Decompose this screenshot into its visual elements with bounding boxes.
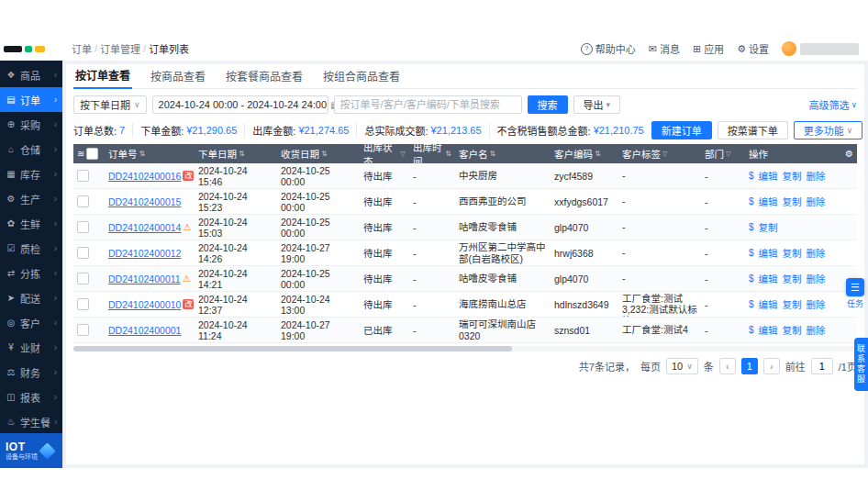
- sort-icon[interactable]: ⇅: [490, 150, 496, 158]
- row-checkbox[interactable]: [77, 170, 89, 182]
- payment-icon[interactable]: $: [749, 248, 754, 258]
- payment-icon[interactable]: $: [749, 299, 754, 309]
- order-number-link[interactable]: DD24102400010: [108, 299, 181, 310]
- sidebar-item-delivery[interactable]: ➤配送›: [0, 285, 62, 310]
- sidebar-item-inventory[interactable]: ▦库存›: [0, 162, 62, 186]
- contact-support-button[interactable]: 联系客服: [854, 338, 868, 391]
- search-input[interactable]: [334, 95, 522, 114]
- user-menu[interactable]: [782, 41, 859, 56]
- table-row[interactable]: DD24102400016改 2024-10-24 15:46 2024-10-…: [73, 163, 857, 189]
- copy-action[interactable]: 复制: [783, 169, 802, 183]
- sidebar-item-production[interactable]: ⚙生产›: [0, 186, 62, 211]
- edit-action[interactable]: 编辑: [759, 169, 778, 183]
- page-size-select[interactable]: 10∨: [666, 358, 698, 374]
- scrollbar-thumb[interactable]: [73, 346, 512, 351]
- filter-funnel-icon[interactable]: ▽: [401, 151, 406, 158]
- sort-icon[interactable]: ⇅: [595, 150, 601, 158]
- settings-button[interactable]: ⚙设置: [737, 41, 769, 56]
- sort-icon[interactable]: ⇅: [239, 150, 245, 158]
- sidebar-item-sorting[interactable]: ⇄分拣›: [0, 261, 62, 285]
- edit-action[interactable]: 编辑: [759, 246, 778, 260]
- task-widget[interactable]: ☰ 任务: [846, 278, 864, 309]
- select-all-checkbox[interactable]: [86, 148, 98, 160]
- order-number-link[interactable]: DD24102400016: [108, 171, 181, 182]
- row-checkbox[interactable]: [77, 273, 89, 284]
- horizontal-scrollbar[interactable]: [73, 346, 857, 351]
- delete-action[interactable]: 删除: [807, 272, 826, 285]
- sidebar-item-finance[interactable]: ⚖财务›: [0, 360, 62, 385]
- row-checkbox[interactable]: [77, 324, 89, 336]
- row-checkbox[interactable]: [77, 195, 89, 207]
- sidebar-item-biz-finance[interactable]: ¥业财›: [0, 335, 62, 360]
- payment-icon[interactable]: $: [749, 325, 754, 335]
- payment-icon[interactable]: $: [749, 196, 754, 206]
- date-range-picker[interactable]: 2024-10-24 00:00 - 2024-10-24 24:00▦: [152, 95, 328, 114]
- current-page-button[interactable]: 1: [741, 358, 758, 374]
- sort-icon[interactable]: ⇅: [139, 150, 146, 158]
- copy-action[interactable]: 复制: [783, 195, 802, 208]
- table-row[interactable]: DD24102400011⚠ 2024-10-24 14:21 2024-10-…: [73, 266, 857, 292]
- payment-icon[interactable]: $: [749, 171, 754, 181]
- copy-action[interactable]: 复制: [783, 297, 802, 311]
- order-number-link[interactable]: DD24102400011: [108, 273, 181, 284]
- table-row[interactable]: DD24102400001 2024-10-24 11:24 2024-10-2…: [73, 318, 857, 343]
- delete-action[interactable]: 删除: [807, 169, 826, 183]
- sidebar-item-customers[interactable]: ◎客户›: [0, 310, 62, 335]
- breadcrumb[interactable]: 订单管理: [100, 41, 140, 56]
- task-icon[interactable]: ☰: [846, 278, 864, 296]
- export-button[interactable]: 导出▾: [573, 95, 621, 114]
- sidebar-item-goods[interactable]: ❖商品›: [0, 62, 62, 87]
- table-row[interactable]: DD24102400014⚠ 2024-10-24 15:03 2024-10-…: [73, 215, 857, 240]
- next-page-button[interactable]: ›: [763, 358, 780, 374]
- sort-icon[interactable]: ⇅: [321, 150, 328, 158]
- goto-page-input[interactable]: [811, 358, 833, 374]
- delete-action[interactable]: 删除: [807, 297, 826, 311]
- order-number-link[interactable]: DD24102400012: [108, 248, 181, 259]
- copy-action[interactable]: 复制: [783, 246, 802, 260]
- edit-action[interactable]: 编辑: [759, 323, 778, 337]
- table-row[interactable]: DD24102400012 2024-10-24 14:26 2024-10-2…: [73, 240, 857, 266]
- edit-action[interactable]: 编辑: [759, 195, 778, 208]
- order-number-link[interactable]: DD24102400001: [108, 325, 181, 336]
- filter-funnel-icon[interactable]: ▽: [662, 151, 667, 158]
- copy-action[interactable]: 复制: [783, 272, 802, 285]
- expand-all-icon[interactable]: ≋: [77, 149, 84, 159]
- help-center-button[interactable]: ?帮助中心: [581, 41, 636, 56]
- sort-icon[interactable]: ⇅: [445, 150, 451, 158]
- sidebar-item-purchasing[interactable]: ⊕采购›: [0, 112, 62, 137]
- table-row[interactable]: DD24102400015 2024-10-24 15:23 2024-10-2…: [73, 189, 857, 215]
- delete-action[interactable]: 删除: [807, 246, 826, 260]
- row-checkbox[interactable]: [77, 221, 89, 233]
- tab-by-set-product[interactable]: 按套餐商品查看: [224, 68, 305, 88]
- breadcrumb[interactable]: 订单: [72, 41, 92, 56]
- sidebar-item-orders[interactable]: ▤订单›: [0, 87, 62, 112]
- tab-by-order[interactable]: 按订单查看: [73, 67, 132, 89]
- tab-by-combo-product[interactable]: 按组合商品查看: [321, 68, 402, 88]
- payment-icon[interactable]: $: [749, 222, 754, 232]
- order-by-recipe-button[interactable]: 按菜谱下单: [718, 121, 788, 139]
- create-order-button[interactable]: 新建订单: [651, 121, 712, 139]
- table-row[interactable]: DD24102400010改 2024-10-24 12:37 2024-10-…: [73, 292, 857, 318]
- column-settings-gear-icon[interactable]: ⚙: [845, 149, 853, 159]
- apps-button[interactable]: ⊞应用: [693, 41, 724, 56]
- sidebar-item-student-meal[interactable]: ♨学生餐›: [0, 409, 62, 434]
- more-functions-button[interactable]: 更多功能∨: [794, 121, 863, 139]
- row-checkbox[interactable]: [77, 247, 89, 259]
- advanced-filter-link[interactable]: 高级筛选∨: [808, 97, 857, 112]
- copy-action[interactable]: 复制: [783, 323, 802, 337]
- sidebar-item-warehouse[interactable]: ⌂仓储›: [0, 137, 62, 162]
- order-number-link[interactable]: DD24102400015: [108, 196, 181, 207]
- sidebar-item-quality[interactable]: ☑质检›: [0, 236, 62, 261]
- order-number-link[interactable]: DD24102400014: [108, 222, 181, 233]
- row-checkbox[interactable]: [77, 298, 89, 310]
- filter-funnel-icon[interactable]: ▽: [726, 151, 730, 158]
- prev-page-button[interactable]: ‹: [719, 358, 736, 374]
- edit-action[interactable]: 编辑: [759, 297, 778, 311]
- search-button[interactable]: 搜索: [528, 95, 568, 114]
- sidebar-item-fresh[interactable]: ✿生鲜›: [0, 211, 62, 236]
- messages-button[interactable]: ✉消息: [649, 41, 680, 56]
- date-type-select[interactable]: 按下单日期∨: [73, 95, 147, 114]
- sidebar-item-reports[interactable]: ◫报表›: [0, 385, 62, 409]
- tab-by-product[interactable]: 按商品查看: [149, 68, 207, 88]
- edit-action[interactable]: 编辑: [759, 272, 778, 285]
